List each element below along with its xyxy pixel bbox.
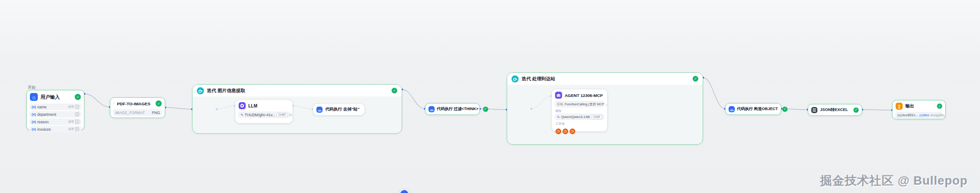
strategy-value: FunctionCalling (支持 MCP ... [565, 102, 608, 107]
field-name: reason [37, 120, 49, 124]
success-check-icon [392, 88, 397, 93]
node-title: LLM [248, 104, 258, 108]
var-badge: (x) [32, 112, 36, 116]
field-name: invoices [37, 127, 51, 132]
edges-layer [0, 0, 980, 193]
variable-source: (x)Json转Ex... [897, 113, 918, 118]
tools-row [555, 126, 603, 134]
field-row-name: (x) name 必填 T [29, 104, 81, 110]
code-icon [316, 107, 323, 113]
node-title: PDF-TO-IMAGES [117, 101, 150, 106]
variable-name: (x)files [919, 113, 929, 117]
node-llm[interactable]: LLM ∿ THUDM/glm-41v... CHAT [235, 100, 293, 123]
code-icon [428, 106, 435, 112]
node-code-filter-think[interactable]: 代码执行 过滤<THINK> [425, 103, 480, 115]
param-key: IMAGE_FORMAT [115, 111, 145, 115]
model-name: Qwen/Qwen3-14B [561, 115, 590, 119]
tool-clock-icon [570, 129, 575, 134]
node-title: JSON转EXCEL [820, 107, 848, 113]
node-title: 输出 [905, 103, 914, 109]
success-check-icon [937, 104, 942, 109]
vision-icon [289, 113, 292, 117]
model-label: 模型 [555, 109, 603, 113]
node-title: 用户输入 [40, 94, 60, 100]
node-title: 代码执行 构造OBJECT [737, 106, 778, 112]
node-user-input[interactable]: 用户输入 (x) name 必填 T (x) department ¶ (x) … [26, 90, 84, 130]
model-provider-icon: ∿ [557, 115, 560, 119]
iteration-start-node[interactable] [399, 189, 409, 193]
tool-clock-icon [555, 129, 561, 134]
param-value: PNG [152, 111, 160, 115]
chat-badge: CHAT [276, 113, 287, 117]
watermark-text: 掘金技术社区 @ Bullepop [820, 173, 968, 189]
file-type-icon: ⧉ [75, 127, 79, 131]
iteration-header: 迭代 图片信息提取 [192, 85, 402, 96]
model-name: THUDM/glm-41v... [245, 113, 276, 117]
node-code-build-object[interactable]: 代码执行 构造OBJECT [725, 103, 781, 115]
variable-type: Array[file] [930, 113, 944, 117]
success-check-icon [782, 107, 788, 112]
iteration-title: 迭代 图片信息提取 [207, 88, 245, 94]
success-check-icon [75, 94, 81, 100]
field-name: name [37, 105, 47, 109]
node-pdf-to-images[interactable]: PDF-TO-IMAGES IMAGE_FORMAT PNG [110, 97, 165, 118]
field-row-department: (x) department ¶ [29, 111, 81, 118]
model-row: ∿ THUDM/glm-41v... CHAT [238, 111, 290, 118]
node-title: 代码执行 去掉"站" [325, 107, 359, 112]
iteration-loop-icon [512, 75, 519, 82]
var-badge: (x) [32, 127, 36, 131]
node-agent-12306-mcp[interactable]: AGENT 12306-MCP 策略 FunctionCalling (支持 M… [552, 89, 607, 132]
strategy-label: 策略 [557, 102, 563, 107]
iteration-loop-icon [197, 87, 204, 94]
tools-label: 工具箱 [555, 122, 603, 126]
text-type-icon: T [75, 105, 79, 109]
node-code-remove-station[interactable]: 代码执行 去掉"站" [313, 104, 365, 115]
strategy-row: 策略 FunctionCalling (支持 MCP ... [555, 101, 604, 107]
home-icon [30, 93, 38, 101]
model-provider-icon: ∿ [240, 113, 243, 117]
iteration-container-image-extract[interactable]: 迭代 图片信息提取 [192, 84, 402, 134]
node-output[interactable]: 输出 (x)Json转Ex... (x)files Array[file] [892, 100, 946, 119]
success-check-icon [693, 76, 698, 82]
image-tool-icon [113, 100, 114, 107]
required-label: 必填 [68, 127, 74, 131]
node-title: AGENT 12306-MCP [565, 93, 603, 98]
workflow-canvas[interactable]: { "start_group_label": "开始", "user_input… [0, 0, 980, 193]
code-icon [729, 106, 735, 112]
var-badge: (x) [32, 105, 36, 109]
iteration-header: 迭代 处理到达站 [507, 73, 703, 85]
output-variable-row: (x)Json转Ex... (x)files Array[file] [895, 112, 943, 118]
param-row: IMAGE_FORMAT PNG [113, 109, 162, 116]
required-label: 必填 [68, 105, 74, 109]
llm-icon [239, 102, 246, 109]
node-json-to-excel[interactable]: JSON转EXCEL [808, 104, 862, 116]
iteration-title: 迭代 处理到达站 [522, 76, 555, 82]
text-type-icon: T [75, 120, 79, 124]
var-badge: (x) [32, 120, 36, 124]
success-check-icon [156, 100, 162, 107]
table-icon [811, 107, 817, 113]
field-row-invoices: (x) invoices 必填 ⧉ [29, 126, 81, 132]
field-row-reason: (x) reason 必填 T [29, 118, 81, 125]
required-label: 必填 [68, 120, 74, 124]
success-check-icon [483, 107, 488, 112]
chat-badge: CHAT [591, 115, 602, 119]
model-row: ∿ Qwen/Qwen3-14B CHAT [555, 114, 604, 120]
tool-clock-icon [563, 129, 568, 134]
paragraph-type-icon: ¶ [75, 112, 79, 116]
home-icon [403, 190, 406, 193]
agent-robot-icon [555, 92, 562, 99]
field-name: department [37, 112, 56, 117]
success-check-icon [853, 107, 859, 113]
node-title: 代码执行 过滤<THINK> [437, 106, 479, 112]
output-icon [896, 103, 903, 110]
